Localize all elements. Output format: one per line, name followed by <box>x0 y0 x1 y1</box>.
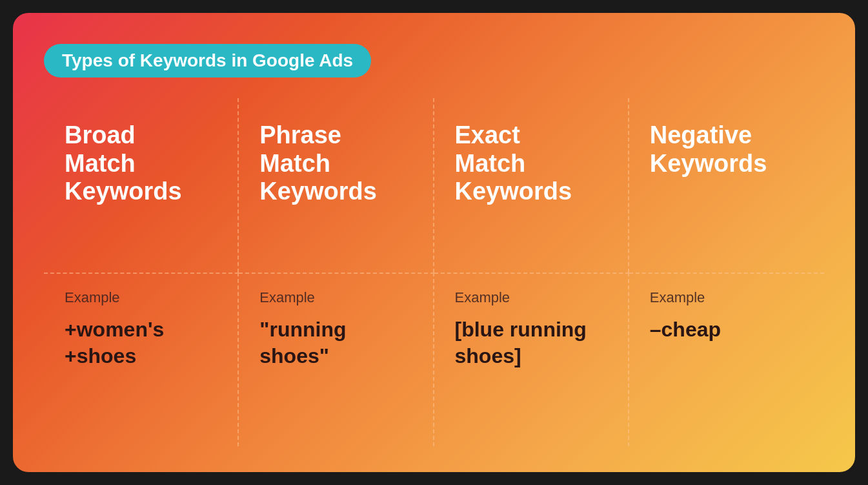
phrase-example-cell: Example "running shoes" <box>239 273 434 447</box>
negative-example-label: Example <box>650 289 803 306</box>
negative-keywords-title: NegativeKeywords <box>650 121 803 178</box>
exact-example-label: Example <box>455 289 607 306</box>
exact-heading-cell: ExactMatchKeywords <box>434 98 629 273</box>
phrase-example-label: Example <box>259 289 412 306</box>
exact-example-cell: Example [blue running shoes] <box>434 273 629 447</box>
title-badge: Types of Keywords in Google Ads <box>44 44 371 77</box>
phrase-heading-cell: PhraseMatchKeywords <box>239 98 434 273</box>
exact-match-title: ExactMatchKeywords <box>455 121 607 206</box>
negative-example-value: –cheap <box>650 316 803 344</box>
broad-match-title: BroadMatchKeywords <box>65 121 217 206</box>
grid-container: BroadMatchKeywords PhraseMatchKeywords E… <box>44 98 824 446</box>
broad-example-label: Example <box>65 289 217 306</box>
negative-example-cell: Example –cheap <box>629 273 824 447</box>
exact-example-value: [blue running shoes] <box>455 316 607 370</box>
broad-example-value: +women's +shoes <box>65 316 217 370</box>
broad-heading-cell: BroadMatchKeywords <box>44 98 239 273</box>
phrase-example-value: "running shoes" <box>259 316 412 370</box>
phrase-match-title: PhraseMatchKeywords <box>259 121 412 206</box>
broad-example-cell: Example +women's +shoes <box>44 273 239 447</box>
infographic-card: Types of Keywords in Google Ads BroadMat… <box>13 13 855 472</box>
negative-heading-cell: NegativeKeywords <box>629 98 824 273</box>
